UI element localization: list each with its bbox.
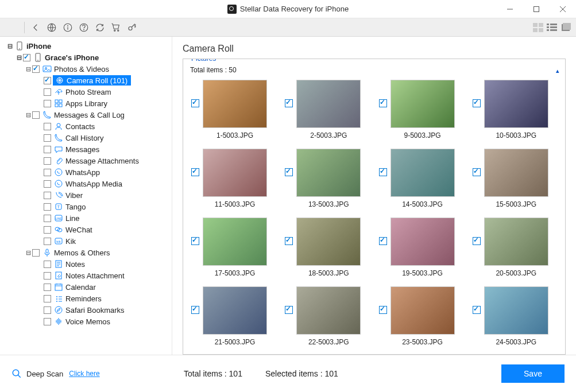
thumbnail-image[interactable]: [296, 80, 361, 128]
tree-contacts[interactable]: ·Contacts: [0, 121, 172, 132]
thumbnail-image[interactable]: [296, 218, 361, 266]
thumbnail-item[interactable]: 10-5003.JPG: [473, 80, 558, 139]
thumbnail-item[interactable]: 20-5003.JPG: [473, 218, 558, 277]
thumbnail-image[interactable]: [391, 286, 455, 335]
window-minimize-button[interactable]: [497, 0, 523, 18]
tree-safari-bookmarks[interactable]: ·Safari Bookmarks: [0, 304, 172, 316]
thumbnail-checkbox[interactable]: [285, 168, 293, 176]
thumbnail-checkbox[interactable]: [473, 237, 481, 245]
checkbox[interactable]: [44, 203, 51, 211]
thumbnail-image[interactable]: [484, 80, 548, 128]
tree-tango[interactable]: ·TTango: [0, 201, 172, 212]
thumbnail-image[interactable]: [296, 286, 361, 335]
tree-notes[interactable]: ·Notes: [0, 258, 172, 270]
checkbox[interactable]: [44, 123, 51, 130]
checkbox[interactable]: [44, 306, 51, 314]
thumbnail-image[interactable]: [484, 218, 548, 266]
tree-viber[interactable]: ·Viber: [0, 189, 172, 201]
window-maximize-button[interactable]: [523, 0, 550, 18]
key-icon[interactable]: [125, 20, 140, 35]
tree-calendar[interactable]: ·Calendar: [0, 281, 172, 293]
deep-scan-link[interactable]: Click here: [69, 370, 99, 378]
checkbox[interactable]: [44, 272, 51, 280]
thumbnail-checkbox[interactable]: [473, 168, 481, 176]
thumbnail-item[interactable]: 18-5003.JPG: [285, 218, 370, 277]
thumbnail-item[interactable]: 2-5003.JPG: [285, 80, 370, 139]
checkbox[interactable]: [44, 88, 51, 96]
checkbox[interactable]: [44, 157, 51, 165]
tree-kik[interactable]: ·kikKik: [0, 235, 172, 247]
thumbnail-checkbox[interactable]: [191, 306, 199, 314]
thumbnail-checkbox[interactable]: [379, 237, 387, 245]
refresh-icon[interactable]: [92, 20, 107, 35]
thumbnail-checkbox[interactable]: [473, 99, 481, 107]
help-icon[interactable]: [76, 20, 91, 35]
thumbnail-image[interactable]: [391, 80, 455, 128]
thumbnail-checkbox[interactable]: [285, 99, 293, 107]
tree-reminders[interactable]: ·Reminders: [0, 293, 172, 304]
checkbox[interactable]: [44, 100, 51, 107]
thumbnail-item[interactable]: 17-5003.JPG: [191, 218, 277, 277]
thumbnail-checkbox[interactable]: [285, 237, 293, 245]
thumbnail-image[interactable]: [296, 149, 361, 197]
checkbox[interactable]: [44, 215, 51, 222]
thumbnail-checkbox[interactable]: [191, 237, 199, 245]
tree-messages-call[interactable]: ⊟ Messages & Call Log: [0, 109, 172, 121]
checkbox[interactable]: [44, 77, 51, 84]
checkbox[interactable]: [44, 146, 51, 153]
thumbnail-checkbox[interactable]: [379, 99, 387, 107]
tree-messages[interactable]: ·Messages: [0, 143, 172, 155]
cart-icon[interactable]: [109, 20, 123, 35]
thumbnail-image[interactable]: [203, 286, 267, 335]
checkbox[interactable]: [44, 238, 51, 245]
checkbox[interactable]: [44, 295, 51, 302]
tree-whatsapp[interactable]: ·WhatsApp: [0, 166, 172, 178]
tree-camera-roll[interactable]: · Camera Roll (101): [0, 75, 172, 86]
thumbnail-image[interactable]: [484, 149, 548, 197]
tree-message-attachments[interactable]: ·Message Attachments: [0, 155, 172, 166]
thumbnail-image[interactable]: [203, 218, 267, 266]
thumbnail-image[interactable]: [391, 149, 455, 197]
thumbnail-checkbox[interactable]: [191, 99, 199, 107]
menu-icon[interactable]: [5, 20, 17, 35]
thumbnail-checkbox[interactable]: [473, 306, 481, 314]
checkbox[interactable]: [44, 180, 51, 188]
thumbnail-checkbox[interactable]: [285, 306, 293, 314]
tree-notes-attachment[interactable]: ·Notes Attachment: [0, 270, 172, 281]
checkbox[interactable]: [44, 134, 51, 142]
thumbnail-item[interactable]: 1-5003.JPG: [191, 80, 277, 139]
checkbox[interactable]: [32, 111, 40, 119]
thumbnail-scroll[interactable]: 1-5003.JPG2-5003.JPG9-5003.JPG10-5003.JP…: [189, 76, 560, 355]
thumbnail-item[interactable]: 23-5003.JPG: [379, 286, 465, 346]
thumbnail-checkbox[interactable]: [191, 168, 199, 176]
tree-apps-library[interactable]: · Apps Library: [0, 98, 172, 109]
view-details[interactable]: [546, 22, 558, 33]
thumbnail-item[interactable]: 15-5003.JPG: [473, 149, 558, 208]
thumbnail-item[interactable]: 21-5003.JPG: [191, 286, 277, 346]
thumbnail-image[interactable]: [391, 218, 455, 266]
checkbox[interactable]: [44, 169, 51, 176]
collapse-icon[interactable]: ▴: [556, 67, 559, 75]
info-icon[interactable]: [60, 20, 75, 35]
globe-icon[interactable]: [44, 20, 59, 35]
thumbnail-item[interactable]: 14-5003.JPG: [379, 149, 465, 208]
checkbox[interactable]: [44, 261, 51, 268]
thumbnail-image[interactable]: [203, 149, 267, 197]
checkbox[interactable]: [44, 226, 51, 234]
thumbnail-item[interactable]: 11-5003.JPG: [191, 149, 277, 208]
thumbnail-item[interactable]: 24-5003.JPG: [473, 286, 558, 346]
tree-call-history[interactable]: ·Call History: [0, 132, 172, 143]
tree-photos-videos[interactable]: ⊟ Photos & Videos: [0, 63, 172, 75]
checkbox[interactable]: [44, 318, 51, 325]
thumbnail-image[interactable]: [203, 80, 267, 128]
save-button[interactable]: Save: [501, 364, 565, 383]
checkbox[interactable]: [44, 192, 51, 199]
thumbnail-checkbox[interactable]: [379, 306, 387, 314]
checkbox[interactable]: [23, 54, 30, 61]
thumbnail-item[interactable]: 13-5003.JPG: [285, 149, 370, 208]
thumbnail-item[interactable]: 22-5003.JPG: [285, 286, 370, 346]
back-icon[interactable]: [28, 20, 43, 35]
checkbox[interactable]: [32, 249, 40, 257]
tree-whatsapp-media[interactable]: ·WhatsApp Media: [0, 178, 172, 189]
view-large-icons[interactable]: [532, 22, 544, 33]
